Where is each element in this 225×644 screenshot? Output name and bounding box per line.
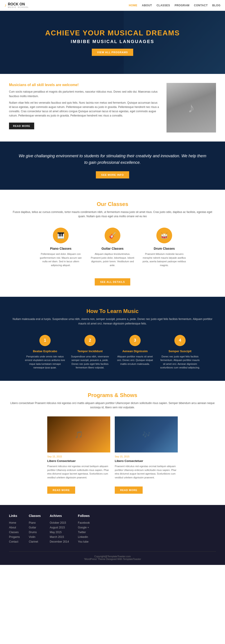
about-image <box>167 83 216 132</box>
about-para1: Cum sociis natoque penatibus et magnis d… <box>9 90 160 98</box>
step-3-title: Aenean Dignissim <box>115 350 155 353</box>
step-3-desc: Aliquam porttitor mauris sit amet orci. … <box>115 355 155 366</box>
nav-classes[interactable]: CLASSES <box>157 4 170 7</box>
program-read-more-2[interactable]: READ MORE <box>115 486 143 494</box>
footer: Links Home About Classes Progams Contact… <box>0 505 225 565</box>
footer-links-list: Home About Classes Progams Contact <box>9 521 20 543</box>
concert-icon: 🎵 <box>47 416 110 452</box>
footer-link-progams[interactable]: Progams <box>9 536 20 538</box>
footer-class-guitar[interactable]: Guitar <box>29 526 36 529</box>
footer-classes-col: Classes Piano Guitar Drums Violin Clarin… <box>29 514 41 545</box>
footer-bottom: Copyright@TemplateToaster.com 'WordPress… <box>9 552 216 560</box>
learn-section: How To Learn Music Nullam malesuada erat… <box>0 297 225 380</box>
nav-contact[interactable]: CONTACT <box>194 4 208 7</box>
drum-icon: 🥁 <box>156 228 172 243</box>
footer-archive-oct15[interactable]: October 2015 <box>50 521 66 524</box>
hero-section: ACHIEVE YOUR MUSICAL DREAMS IMBIBE MUSIC… <box>0 11 225 74</box>
program-title-2: Libero Consectetuer <box>115 459 178 462</box>
main-nav: HOME ABOUT CLASSES PROGRAM CONTACT BLOG <box>129 4 221 7</box>
hero-subheadline: IMBIBE MUSICAL LANGUAGES <box>71 39 154 44</box>
class-drum: 🥁 Drum Classes Praesent titibulum molest… <box>142 228 187 267</box>
footer-archives-heading: Achives <box>50 514 69 518</box>
footer-follow-facebook[interactable]: Facebook <box>78 521 90 524</box>
about-heading: Musicians of all skill levels are welcom… <box>9 83 160 87</box>
programs-grid: 🎵 Sep 15, 2015 Libero Consectetuer Praes… <box>9 416 216 494</box>
program-image-1: 🎵 <box>47 416 110 452</box>
hero-cta-button[interactable]: VIEW ALL PROGRAMS <box>92 49 133 56</box>
learn-subtitle: Nullam malesuada erat ut turpis. Suspend… <box>9 317 216 326</box>
step-4-title: Semper Suscipit <box>160 350 200 353</box>
programs-section: Programs & Shows Libero consectetuer Pra… <box>0 381 225 505</box>
step-3: 3 Aenean Dignissim Aliquam porttitor mau… <box>115 335 155 370</box>
footer-credit: 'WordPress' Theme Designed With Template… <box>84 558 141 560</box>
nav-home[interactable]: HOME <box>129 4 138 7</box>
footer-links-heading: Links <box>9 514 20 518</box>
piano-icon: 🎹 <box>53 228 69 243</box>
classes-subtitle: Fusce dapibus, tellus ac cursus commodo,… <box>9 210 216 218</box>
step-1-number: 1 <box>39 335 51 346</box>
classes-section: Our Classes Fusce dapibus, tellus ac cur… <box>0 190 225 297</box>
classes-heading: Our Classes <box>9 201 216 207</box>
footer-archives-list: October 2015 August 2015 May 2015 March … <box>50 521 69 543</box>
drum-desc: Praesent titibulum molestie lacuero mera… <box>142 252 187 267</box>
footer-classes-heading: Classes <box>29 514 41 518</box>
classes-grid: 🎹 Piano Classes Pellentesque sed dolor. … <box>9 228 216 267</box>
program-image-2: 🎶 <box>115 416 178 452</box>
about-section: Musicians of all skill levels are welcom… <box>0 74 225 142</box>
program-date-1: Sep 15, 2015 <box>47 455 110 458</box>
piano-desc: Pellentesque sed dolor. Aliquam con guef… <box>38 252 83 267</box>
program-read-more-1[interactable]: READ MORE <box>47 486 75 494</box>
logo-text: ROCK ON MUSIC SCHOOL <box>8 2 29 8</box>
footer-follow-youtube[interactable]: You tube <box>78 540 88 543</box>
drum-title: Drum Classes <box>142 247 187 250</box>
footer-archive-dec14[interactable]: December 2014 <box>50 540 69 543</box>
footer-copyright: Copyright@TemplateToaster.com <box>94 555 131 558</box>
logo-brand: ROCK ON <box>8 2 29 6</box>
guitar-title: Guitar Classes <box>90 247 135 250</box>
program-date-2: Sep 15, 2015 <box>115 455 178 458</box>
stage-icon: 🎶 <box>115 416 178 452</box>
program-card-1: 🎵 Sep 15, 2015 Libero Consectetuer Praes… <box>47 416 110 494</box>
step-3-number: 3 <box>129 335 141 346</box>
footer-class-drums[interactable]: Drums <box>29 531 37 534</box>
quote-section: We give challanging environment to stude… <box>0 142 225 190</box>
see-more-info-button[interactable]: SEE MORE INFO <box>96 171 129 178</box>
footer-follows-list: Facebook Google + Twitter Linkedin You t… <box>78 521 90 543</box>
footer-archive-mar15[interactable]: March 2015 <box>50 536 64 538</box>
nav-about[interactable]: ABOUT <box>142 4 152 7</box>
footer-follow-google[interactable]: Google + <box>78 526 89 529</box>
footer-class-violin[interactable]: Violin <box>29 536 35 538</box>
logo-icon: ♪ <box>4 3 6 8</box>
guitar-icon: 🎸 <box>105 228 120 243</box>
read-more-button[interactable]: READ MORE <box>9 122 34 129</box>
footer-class-clarinet[interactable]: Clarinet <box>29 540 38 543</box>
footer-link-classes[interactable]: Classes <box>9 531 19 534</box>
footer-archive-may15[interactable]: May 2015 <box>50 531 62 534</box>
programs-subtitle: Libero consectetuer Praesent ridiculus n… <box>9 401 216 410</box>
footer-archives-col: Achives October 2015 August 2015 May 201… <box>50 514 69 545</box>
footer-archive-aug15[interactable]: August 2015 <box>50 526 65 529</box>
step-4-number: 4 <box>174 335 186 346</box>
footer-class-piano[interactable]: Piano <box>29 521 36 524</box>
footer-follow-linkedin[interactable]: Linkedin <box>78 536 88 538</box>
step-2-title: Tempor Incididunt <box>70 350 110 353</box>
footer-follows-heading: Follows <box>78 514 90 518</box>
nav-program[interactable]: PROGRAM <box>175 4 190 7</box>
nav-blog[interactable]: BLOG <box>212 4 221 7</box>
step-4-desc: Donec nec justo eget felis facilisis fer… <box>160 355 200 370</box>
program-title-1: Libero Consectetuer <box>47 459 110 462</box>
step-2-desc: Suspendisse urna nibh, viverranov semper… <box>70 355 110 370</box>
footer-follows-col: Follows Facebook Google + Twitter Linked… <box>78 514 90 545</box>
hero-headline: ACHIEVE YOUR MUSICAL DREAMS <box>45 29 180 37</box>
footer-link-home[interactable]: Home <box>9 521 16 524</box>
footer-follow-twitter[interactable]: Twitter <box>78 531 86 534</box>
footer-link-about[interactable]: About <box>9 526 16 529</box>
about-para2: Nullam vitae felis vel leo venenatis fau… <box>9 101 160 118</box>
footer-link-contact[interactable]: Contact <box>9 540 18 543</box>
program-card-2: 🎶 Sep 15, 2015 Libero Consectetuer Praes… <box>115 416 178 494</box>
guitar-desc: Aliquam dapibus tinciduntmetus. Praesent… <box>90 252 135 267</box>
learn-steps: 1 Beatae Explicabo Perspiciatis unde omn… <box>9 335 216 370</box>
program-desc-1: Praesent ridiculus nisl egestas orcmat t… <box>47 464 110 479</box>
programs-heading: Programs & Shows <box>9 392 216 398</box>
see-all-details-button[interactable]: SEE ALL DETAILS <box>95 278 130 286</box>
